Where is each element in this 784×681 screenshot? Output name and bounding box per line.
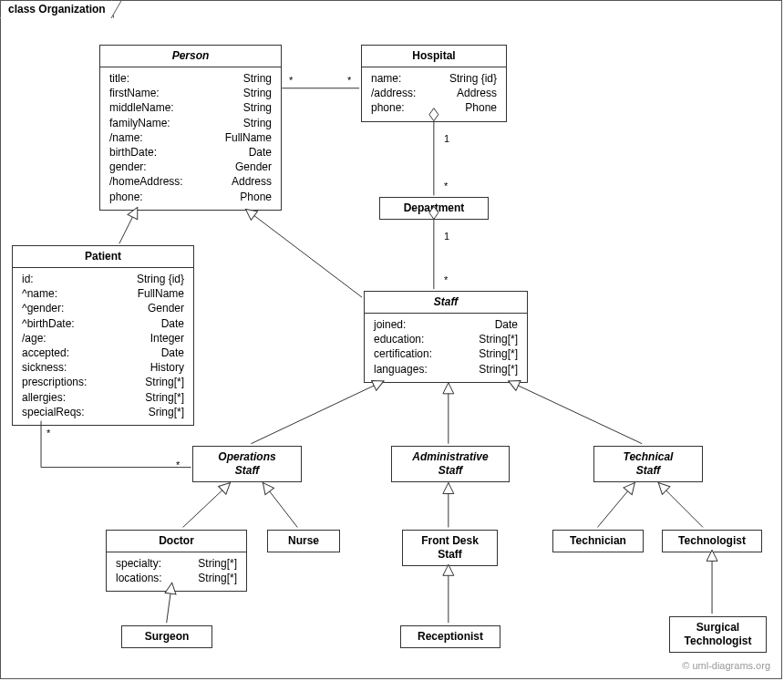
mult-hosp-dept-top: 1: [444, 133, 449, 144]
class-receptionist-title: Receptionist: [401, 626, 500, 647]
class-department: Department: [379, 197, 489, 220]
class-hospital-title: Hospital: [362, 46, 506, 67]
watermark: © uml-diagrams.org: [682, 660, 770, 671]
class-patient-title: Patient: [13, 246, 193, 267]
class-technician: Technician: [552, 530, 644, 552]
svg-line-5: [251, 381, 384, 444]
class-patient: Patient id:String {id}^name:FullName^gen…: [12, 245, 194, 426]
class-doctor-title: Doctor: [107, 531, 246, 552]
class-staff-title: Staff: [365, 292, 527, 313]
svg-line-12: [658, 483, 703, 528]
svg-line-11: [597, 483, 634, 528]
svg-line-7: [509, 381, 643, 444]
class-technician-title: Technician: [553, 531, 643, 552]
mult-patient-ops-left: *: [46, 428, 50, 439]
class-hospital-attrs: name:String {id}/address:Addressphone:Ph…: [362, 67, 506, 121]
class-surgeon-title: Surgeon: [122, 626, 211, 647]
class-person-attrs: title:StringfirstName:StringmiddleName:S…: [100, 67, 281, 210]
class-surgeon: Surgeon: [121, 625, 212, 648]
mult-dept-staff-top: 1: [444, 231, 449, 242]
class-doctor: Doctor specialty:String[*]locations:Stri…: [106, 530, 247, 592]
class-person: Person title:StringfirstName:Stringmiddl…: [99, 45, 282, 211]
class-tech-staff-title: Technical Staff: [594, 447, 702, 481]
svg-line-3: [119, 207, 138, 243]
class-ops-staff: Operations Staff: [192, 446, 302, 482]
mult-dept-staff-bot: *: [444, 274, 448, 285]
svg-line-8: [183, 483, 231, 528]
class-technologist: Technologist: [662, 530, 762, 552]
class-frontdesk-title: Front Desk Staff: [403, 531, 497, 565]
class-staff: Staff joined:Dateeducation:String[*]cert…: [364, 291, 528, 383]
class-surgtech: Surgical Technologist: [669, 616, 767, 653]
frame-label: class Organization: [0, 0, 114, 18]
class-admin-staff-title: Administrative Staff: [392, 447, 509, 481]
class-frontdesk: Front Desk Staff: [402, 530, 498, 566]
class-technologist-title: Technologist: [663, 531, 761, 552]
svg-line-4: [245, 209, 362, 297]
class-doctor-attrs: specialty:String[*]locations:String[*]: [107, 552, 246, 591]
class-tech-staff: Technical Staff: [593, 446, 703, 482]
package-frame: class Organization Person title:Stringfi…: [0, 0, 782, 679]
mult-hosp-dept-bot: *: [444, 181, 448, 191]
mult-patient-ops-right: *: [176, 459, 180, 470]
class-ops-staff-title: Operations Staff: [193, 447, 301, 481]
class-nurse: Nurse: [267, 530, 340, 552]
class-nurse-title: Nurse: [268, 531, 339, 552]
svg-line-9: [263, 483, 297, 528]
class-person-title: Person: [100, 46, 281, 67]
class-hospital: Hospital name:String {id}/address:Addres…: [361, 45, 507, 122]
class-patient-attrs: id:String {id}^name:FullName^gender:Gend…: [13, 268, 193, 425]
class-surgtech-title: Surgical Technologist: [670, 617, 766, 652]
class-staff-attrs: joined:Dateeducation:String[*]certificat…: [365, 314, 527, 382]
class-receptionist: Receptionist: [400, 625, 500, 648]
class-department-title: Department: [380, 198, 488, 219]
mult-person-hospital-right: *: [347, 75, 351, 86]
class-admin-staff: Administrative Staff: [391, 446, 510, 482]
mult-person-hospital-left: *: [289, 75, 293, 86]
